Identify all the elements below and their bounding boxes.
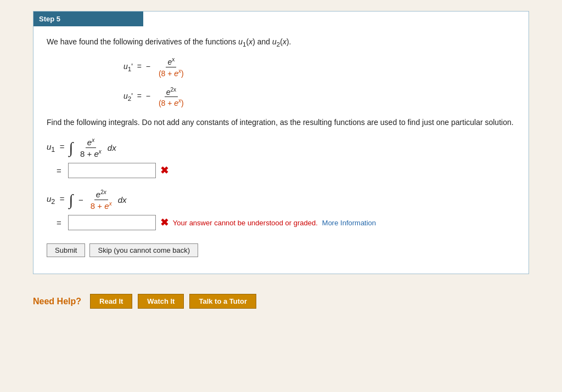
talk-to-tutor-button[interactable]: Talk to a Tutor [189, 294, 256, 309]
answer2-error-icon: ✖ [160, 217, 168, 229]
error-message: Your answer cannot be understood or grad… [173, 219, 318, 227]
answer1-input[interactable] [68, 163, 156, 178]
answer1-row: = ✖ [57, 163, 515, 178]
derivative2-display: u2' = − e2x (8 + ex) [80, 87, 515, 107]
answer2-input[interactable] [68, 215, 156, 230]
read-it-button[interactable]: Read It [90, 294, 132, 309]
skip-button[interactable]: Skip (you cannot come back) [89, 243, 198, 257]
intro-text: We have found the following derivatives … [47, 36, 515, 49]
more-info-link[interactable]: More Information [322, 219, 376, 227]
help-bar: Need Help? Read It Watch It Talk to a Tu… [0, 285, 562, 317]
need-help-label: Need Help? [33, 297, 81, 306]
integral1-section: u1 = ∫ ex 8 + ex dx = ✖ [47, 137, 515, 178]
submit-button[interactable]: Submit [47, 243, 85, 257]
watch-it-button[interactable]: Watch It [138, 294, 184, 309]
step-header: Step 5 [33, 12, 143, 26]
answer2-row: = ✖ Your answer cannot be understood or … [57, 215, 515, 230]
integral2-display: u2 = ∫ − e2x 8 + ex dx [47, 189, 515, 211]
instructions-text: Find the following integrals. Do not add… [47, 116, 515, 128]
derivative1-display: u1' = − ex (8 + ex) [80, 56, 515, 77]
integral1-display: u1 = ∫ ex 8 + ex dx [47, 137, 515, 158]
answer1-error-icon: ✖ [160, 164, 168, 177]
integral2-section: u2 = ∫ − e2x 8 + ex dx = ✖ Your answer c… [47, 189, 515, 230]
button-row: Submit Skip (you cannot come back) [47, 243, 515, 257]
step-box: Step 5 We have found the following deriv… [33, 11, 529, 274]
